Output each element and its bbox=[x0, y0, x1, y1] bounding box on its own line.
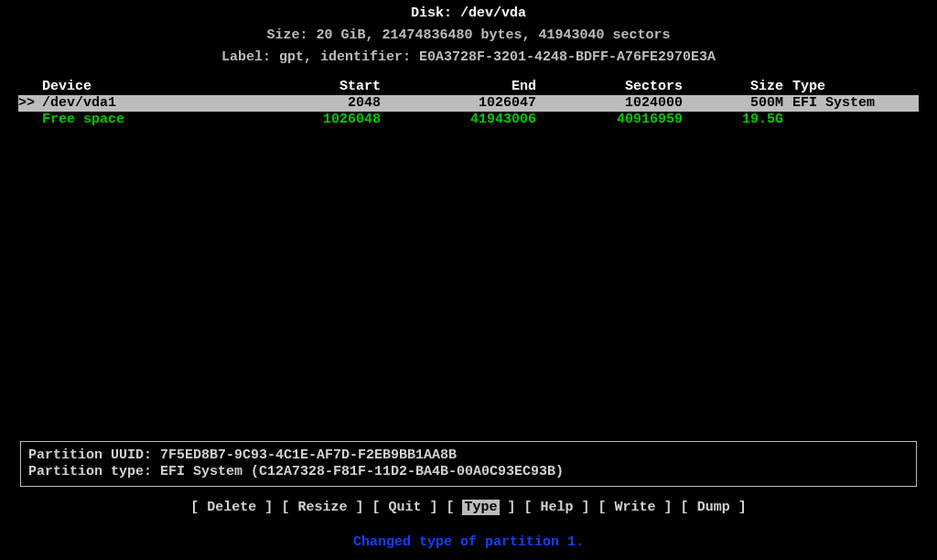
menu-delete[interactable]: Delete bbox=[207, 500, 256, 515]
col-device: Device bbox=[40, 79, 262, 94]
col-end: End bbox=[381, 79, 536, 94]
menu-dump[interactable]: Dump bbox=[697, 500, 730, 515]
partition-row[interactable]: >> /dev/vda1 2048 1026047 1024000 500M E… bbox=[18, 95, 919, 112]
cell-type: EFI System bbox=[783, 95, 919, 111]
menu-write[interactable]: Write bbox=[615, 500, 656, 515]
cell-end: 41943006 bbox=[381, 112, 536, 127]
disk-label-line: Label: gpt, identifier: E0A3728F-3201-42… bbox=[0, 49, 937, 66]
partition-row[interactable]: Free space 1026048 41943006 40916959 19.… bbox=[18, 112, 919, 128]
partition-info-box: Partition UUID: 7F5ED8B7-9C93-4C1E-AF7D-… bbox=[20, 441, 917, 487]
col-start: Start bbox=[262, 79, 381, 94]
partition-uuid-line: Partition UUID: 7F5ED8B7-9C93-4C1E-AF7D-… bbox=[28, 447, 909, 464]
menu-resize[interactable]: Resize bbox=[297, 500, 347, 515]
cell-end: 1026047 bbox=[381, 95, 536, 111]
cell-sectors: 40916959 bbox=[536, 112, 683, 127]
col-type: Type bbox=[783, 79, 919, 94]
status-message: Changed type of partition 1. bbox=[0, 534, 937, 550]
cell-start: 2048 bbox=[262, 95, 381, 111]
row-selection-mark: >> bbox=[18, 95, 40, 111]
cell-size: 19.5G bbox=[683, 112, 783, 127]
col-size: Size bbox=[683, 79, 783, 94]
action-menu: [ Delete ] [ Resize ] [ Quit ] [ Type ] … bbox=[0, 500, 937, 515]
cell-device: Free space bbox=[40, 112, 262, 127]
col-sectors: Sectors bbox=[536, 79, 683, 94]
menu-help[interactable]: Help bbox=[541, 500, 574, 515]
partition-table-header: Device Start End Sectors Size Type bbox=[18, 79, 919, 95]
cell-size: 500M bbox=[683, 95, 783, 111]
disk-size-line: Size: 20 GiB, 21474836480 bytes, 4194304… bbox=[0, 27, 937, 44]
cell-sectors: 1024000 bbox=[536, 95, 683, 111]
disk-title: Disk: /dev/vda bbox=[0, 5, 937, 22]
menu-type[interactable]: Type bbox=[462, 500, 499, 515]
cell-device: /dev/vda1 bbox=[40, 95, 262, 111]
menu-quit[interactable]: Quit bbox=[388, 500, 421, 515]
partition-type-line: Partition type: EFI System (C12A7328-F81… bbox=[28, 464, 909, 480]
partition-table: Device Start End Sectors Size Type >> /d… bbox=[18, 79, 919, 128]
cell-start: 1026048 bbox=[262, 112, 381, 127]
